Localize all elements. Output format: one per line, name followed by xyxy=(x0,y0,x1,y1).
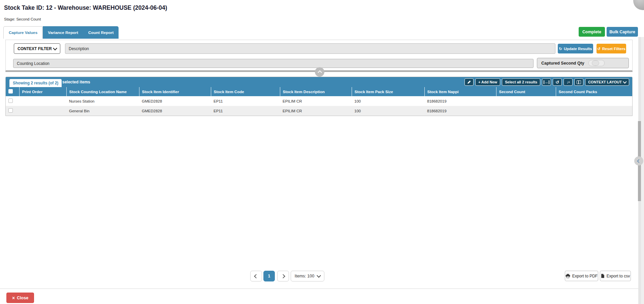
sort-button[interactable]: ↓≡ xyxy=(564,78,573,86)
cell-item-code: EP11 xyxy=(211,106,280,116)
sort-icon: ↓≡ xyxy=(567,80,570,84)
cell-location-name: Nurses Station xyxy=(66,96,139,106)
cell-location-name: General Bin xyxy=(66,106,139,116)
corner-floating-button[interactable] xyxy=(633,0,644,10)
update-results-button[interactable]: ↻ Update Results xyxy=(558,44,593,53)
cell-item-identifier: GMED2828 xyxy=(139,96,211,106)
context-layout-select[interactable]: CONTEXT LAYOUT xyxy=(585,78,629,86)
close-icon: × xyxy=(12,296,15,300)
export-csv-button[interactable]: Export to csv xyxy=(600,271,631,281)
select-all-header-cell xyxy=(6,87,19,96)
cell-item-description: EPILIM CR xyxy=(280,96,352,106)
close-label: Close xyxy=(17,296,28,300)
collapse-filters-handle[interactable] xyxy=(315,67,324,77)
row-checkbox[interactable] xyxy=(8,99,13,103)
items-per-page-label: Items: 100 xyxy=(295,274,314,278)
cell-pack-size: 100 xyxy=(352,106,424,116)
cell-pack-size: 100 xyxy=(352,96,424,106)
columns-icon xyxy=(577,80,581,84)
update-results-label: Update Results xyxy=(564,47,592,51)
export-pdf-label: Export to PDF xyxy=(572,274,598,278)
tab-capture-values[interactable]: Capture Values xyxy=(3,26,43,39)
column-header[interactable]: Stock Item Pack Size xyxy=(352,87,424,96)
close-button[interactable]: × Close xyxy=(6,293,34,303)
results-grid-panel: Showing 2 results (of 2) 0 selected item… xyxy=(5,77,633,116)
row-checkbox[interactable] xyxy=(8,108,13,113)
results-count-badge: Showing 2 results (of 2) xyxy=(9,79,62,87)
column-header[interactable]: Stock Item Code xyxy=(211,87,280,96)
chevron-down-icon xyxy=(53,46,57,50)
counting-location-filter-input[interactable] xyxy=(13,59,534,68)
cell-nappi: 818682019 xyxy=(424,106,496,116)
cell-item-description: EPILIM CR xyxy=(280,106,352,116)
rotate-left-icon: ↺ xyxy=(555,80,559,85)
selected-count-label: 0 selected items xyxy=(59,80,90,84)
tab-variance-report[interactable]: Variance Report xyxy=(43,26,83,39)
column-header[interactable]: Stock Item Identifier xyxy=(139,87,211,96)
edit-button[interactable] xyxy=(464,78,474,86)
undo-icon: ↺ xyxy=(597,46,601,51)
chevron-left-icon xyxy=(254,274,258,278)
reset-filters-button[interactable]: ↺ Reset Filters xyxy=(597,44,626,53)
select-all-button[interactable]: Select all 2 results xyxy=(502,78,540,86)
previous-page-button[interactable] xyxy=(250,271,262,281)
cell-item-identifier: GMED2828 xyxy=(139,106,211,116)
stage-label: Stage: Second Count xyxy=(4,17,41,21)
bulk-capture-button[interactable]: Bulk Capture xyxy=(607,27,638,37)
tab-bar: Capture Values Variance Report Count Rep… xyxy=(3,26,119,39)
tab-count-report[interactable]: Count Report xyxy=(83,26,119,39)
grid-toolbar-buttons: + Add New Select all 2 results ↔ ↺ ↓≡ CO… xyxy=(464,78,629,86)
column-header[interactable]: Second Count Packs xyxy=(556,87,633,96)
context-layout-label: CONTEXT LAYOUT xyxy=(588,80,622,84)
page-title: Stock Take ID: 12 - Warehouse: WAREHOUSE… xyxy=(4,4,167,11)
reset-grid-button[interactable]: ↺ xyxy=(553,78,562,86)
refresh-icon: ↻ xyxy=(559,46,562,51)
header-row: Print Order Stock Counting Location Name… xyxy=(6,87,633,96)
cell-item-code: EP11 xyxy=(211,96,280,106)
complete-button[interactable]: Complete xyxy=(579,27,605,37)
results-table: Print Order Stock Counting Location Name… xyxy=(6,87,633,116)
column-header[interactable]: Second Count xyxy=(496,87,556,96)
captured-second-qty-toggle[interactable] xyxy=(588,60,605,66)
pencil-icon xyxy=(467,80,471,84)
add-new-button[interactable]: + Add New xyxy=(475,78,500,86)
captured-second-qty-filter: Captured Second Qty xyxy=(537,58,629,68)
cell-print-order xyxy=(19,106,66,116)
stock-take-page: Stock Take ID: 12 - Warehouse: WAREHOUSE… xyxy=(0,0,644,304)
column-header[interactable]: Stock Counting Location Name xyxy=(66,87,139,96)
next-page-button[interactable] xyxy=(277,271,289,281)
inactive-tab-group: Variance Report Count Report xyxy=(43,26,119,39)
chevron-right-icon xyxy=(281,274,285,278)
panel-expand-handle[interactable] xyxy=(634,156,643,165)
cell-second-count-packs xyxy=(556,96,633,106)
cell-second-count xyxy=(496,96,556,106)
cell-second-count xyxy=(496,106,556,116)
fit-columns-button[interactable]: ↔ xyxy=(542,78,551,86)
column-header[interactable]: Stock Item Nappi xyxy=(424,87,496,96)
description-filter-input[interactable] xyxy=(65,43,555,54)
page-number-button[interactable]: 1 xyxy=(263,271,275,281)
items-per-page-select[interactable]: Items: 100 xyxy=(291,271,324,281)
export-pdf-button[interactable]: Export to PDF xyxy=(565,271,598,281)
columns-button[interactable] xyxy=(574,78,583,86)
toggle-knob xyxy=(592,60,599,66)
cell-print-order xyxy=(19,96,66,106)
context-filter-select[interactable]: CONTEXT FILTER xyxy=(14,43,60,54)
table-row[interactable]: Nurses Station GMED2828 EP11 EPILIM CR 1… xyxy=(6,96,633,106)
export-csv-label: Export to csv xyxy=(607,274,630,278)
footer-divider xyxy=(0,289,644,289)
reset-filters-label: Reset Filters xyxy=(602,47,625,51)
table-row[interactable]: General Bin GMED2828 EP11 EPILIM CR 100 … xyxy=(6,106,633,116)
file-csv-icon xyxy=(601,274,605,278)
fit-width-icon: ↔ xyxy=(544,80,549,84)
printer-icon xyxy=(566,274,570,278)
column-header[interactable]: Print Order xyxy=(19,87,66,96)
chevron-down-icon xyxy=(317,273,321,278)
cell-nappi: 818682019 xyxy=(424,96,496,106)
captured-second-qty-label: Captured Second Qty xyxy=(541,61,584,66)
column-header[interactable]: Stock Item Description xyxy=(280,87,352,96)
grid-toolbar: Showing 2 results (of 2) 0 selected item… xyxy=(6,77,632,87)
chevron-down-icon xyxy=(623,80,626,83)
select-all-checkbox[interactable] xyxy=(8,89,13,93)
context-filter-label: CONTEXT FILTER xyxy=(18,46,52,51)
